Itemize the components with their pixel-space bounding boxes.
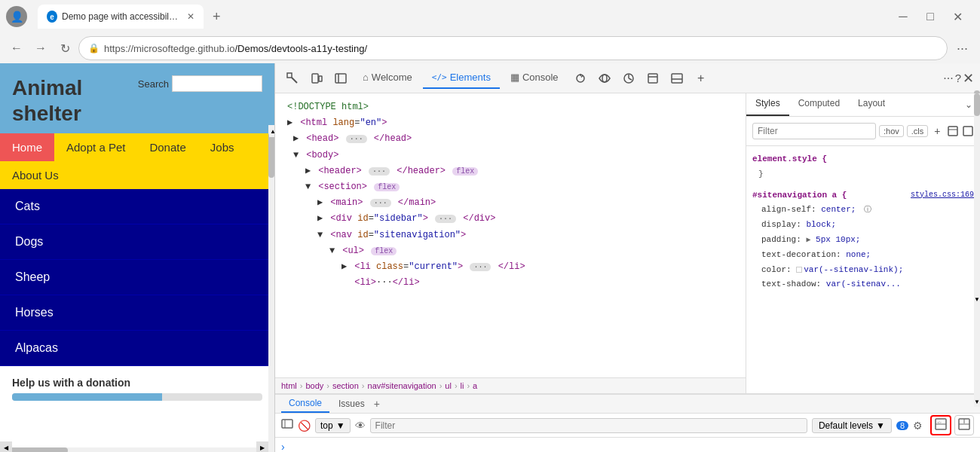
html-element[interactable]: ▶ <html lang="en"> — [275, 115, 746, 131]
maximize-button[interactable]: □ — [920, 6, 941, 27]
breadcrumb-li[interactable]: li — [461, 381, 464, 390]
styles-scrollbar-track[interactable]: ▼ — [974, 93, 980, 304]
nav-item-about[interactable]: About Us — [0, 161, 71, 189]
new-style-rule-button[interactable] — [947, 120, 959, 142]
svg-point-9 — [602, 75, 607, 82]
body-element[interactable]: ▼ <body> — [275, 148, 746, 163]
url-bar[interactable]: 🔒 https://microsoftedge.github.io/Demos/… — [78, 36, 948, 60]
li-current-element[interactable]: ▶ <li class="current"> ··· </li> — [275, 259, 746, 275]
main-element[interactable]: ▶ <main> ··· </main> — [275, 195, 746, 211]
browser-more-button[interactable]: ··· — [951, 41, 974, 56]
toggle-sidebar-button[interactable] — [329, 67, 352, 90]
collapse-icon[interactable]: ▼ — [329, 244, 337, 258]
animal-item-horses[interactable]: Horses — [0, 295, 274, 331]
li-element[interactable]: <li>···</li> — [275, 275, 746, 291]
styles-scroll-down[interactable]: ▼ — [974, 294, 980, 304]
network-button[interactable] — [593, 67, 616, 90]
breadcrumb-ul[interactable]: ul — [445, 381, 452, 390]
back-button[interactable]: ← — [6, 38, 27, 59]
tab-styles[interactable]: Styles — [746, 93, 789, 116]
nav-element[interactable]: ▼ <nav id="sitenavigation"> — [275, 228, 746, 243]
breadcrumb-body[interactable]: body — [305, 381, 323, 390]
console-expand-button[interactable] — [954, 415, 974, 435]
collapse-icon[interactable]: ▼ — [317, 228, 325, 243]
vertical-scrollbar-track[interactable] — [268, 125, 274, 452]
ul-element[interactable]: ▼ <ul> flex — [275, 243, 746, 259]
console-clear-button[interactable] — [281, 418, 293, 432]
header-element[interactable]: ▶ <header> ··· </header> flex — [275, 163, 746, 179]
collapse-icon[interactable]: ▼ — [305, 180, 313, 194]
search-input[interactable] — [172, 75, 262, 92]
hover-state-button[interactable]: :hov — [879, 125, 904, 137]
sources-button[interactable] — [569, 67, 592, 90]
tab-welcome[interactable]: ⌂ Welcome — [354, 67, 421, 89]
animal-item-alpacas[interactable]: Alpacas — [0, 331, 274, 366]
horizontal-scrollbar-track[interactable] — [0, 447, 268, 452]
collapse-icon[interactable]: ▼ — [293, 148, 301, 163]
expand-icon[interactable]: ▶ — [341, 260, 349, 274]
add-tab-button[interactable]: + — [374, 398, 380, 410]
div-sidebar-element[interactable]: ▶ <div id="sidebar"> ··· </div> — [275, 211, 746, 227]
console-levels-selector[interactable]: Default levels ▼ — [812, 418, 892, 433]
lock-icon: 🔒 — [88, 43, 100, 53]
expand-icon[interactable]: ▶ — [305, 164, 313, 179]
console-filter-input[interactable] — [370, 418, 807, 433]
animal-item-sheep[interactable]: Sheep — [0, 260, 274, 295]
tab-console-bottom[interactable]: Console — [281, 395, 329, 413]
close-window-button[interactable]: ✕ — [947, 6, 968, 27]
tab-console[interactable]: ▦ Console — [501, 67, 568, 89]
new-tab-button[interactable]: + — [207, 9, 227, 25]
performance-button[interactable] — [617, 67, 640, 90]
nav-item-home[interactable]: Home — [0, 133, 54, 161]
device-emulation-button[interactable] — [305, 67, 328, 90]
breadcrumb-section[interactable]: section — [332, 381, 359, 390]
toggle-dark-mode-button[interactable] — [962, 120, 974, 142]
class-toggle-button[interactable]: .cls — [907, 125, 929, 137]
styles-filter-input[interactable] — [752, 123, 876, 139]
expand-icon[interactable]: ▶ — [317, 212, 325, 226]
forward-button[interactable]: → — [30, 38, 51, 59]
console-eye-button[interactable]: 👁 — [355, 420, 366, 432]
minimize-button[interactable]: ─ — [893, 6, 914, 27]
inspect-element-button[interactable] — [281, 67, 304, 90]
console-stop-button[interactable]: 🚫 — [298, 420, 311, 432]
tab-computed[interactable]: Computed — [789, 93, 849, 116]
add-panel-button[interactable]: + — [690, 67, 712, 90]
console-settings-button[interactable]: ⚙ — [913, 420, 923, 432]
toggle-panel-button[interactable] — [666, 67, 688, 90]
animal-item-cats[interactable]: Cats — [0, 189, 274, 224]
devtools-help-button[interactable]: ? — [955, 72, 961, 84]
breadcrumb-nav[interactable]: nav#sitenavigation — [368, 381, 436, 390]
console-mode-button[interactable]: </> — [930, 415, 951, 435]
tab-elements[interactable]: </> Elements — [423, 67, 500, 89]
nav-item-adopt[interactable]: Adopt a Pet — [54, 133, 137, 161]
horizontal-scrollbar-thumb[interactable] — [8, 447, 68, 452]
breadcrumb-a[interactable]: a — [473, 381, 477, 390]
vertical-scrollbar-thumb[interactable] — [268, 133, 274, 178]
tab-layout[interactable]: Layout — [849, 93, 894, 116]
animal-item-dogs[interactable]: Dogs — [0, 224, 274, 260]
html-doctype[interactable]: <!DOCTYPE html> — [275, 99, 746, 115]
expand-icon[interactable]: ▶ — [293, 132, 301, 146]
expand-icon[interactable]: ▶ — [317, 196, 325, 210]
section-element[interactable]: ▼ <section> flex — [275, 179, 746, 195]
browser-tab[interactable]: e Demo page with accessibility issu ✕ — [38, 5, 204, 29]
expand-icon[interactable]: ▶ — [287, 116, 295, 130]
scroll-right-arrow[interactable]: ▶ — [256, 441, 268, 452]
tab-close-button[interactable]: ✕ — [187, 11, 194, 22]
scrollbar-up-arrow[interactable]: ▲ — [269, 125, 275, 137]
reload-button[interactable]: ↻ — [54, 38, 75, 59]
application-button[interactable] — [642, 67, 664, 90]
breadcrumb-html[interactable]: html — [281, 381, 297, 390]
devtools-close-button[interactable]: ✕ — [963, 70, 974, 87]
tab-issues[interactable]: Issues — [331, 396, 372, 412]
head-element[interactable]: ▶ <head> ··· </head> — [275, 131, 746, 147]
add-style-rule-button[interactable]: + — [931, 120, 943, 142]
nav-item-jobs[interactable]: Jobs — [198, 133, 247, 161]
nav-item-donate[interactable]: Donate — [137, 133, 198, 161]
console-context-selector[interactable]: top ▼ — [315, 418, 351, 433]
style-source-link[interactable]: styles.css:169 — [911, 188, 974, 203]
devtools-more-button[interactable]: ··· — [943, 72, 953, 85]
scroll-left-arrow[interactable]: ◀ — [0, 441, 12, 452]
styles-scrollbar-thumb[interactable] — [974, 93, 980, 116]
